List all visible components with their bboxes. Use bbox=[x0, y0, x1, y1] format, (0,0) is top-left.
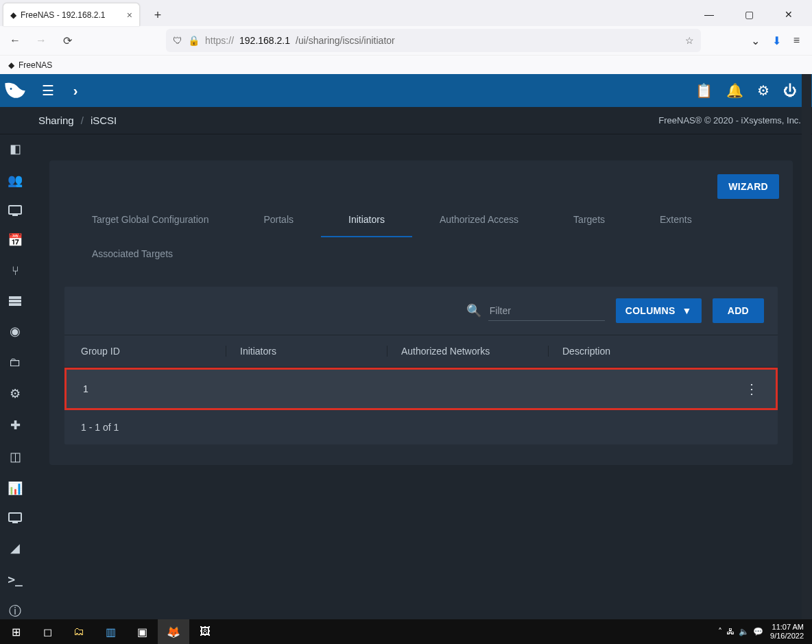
taskbar-app2-icon[interactable]: 🖼 bbox=[189, 619, 221, 644]
nav-back-button[interactable]: ← bbox=[5, 31, 25, 50]
pocket-icon[interactable]: ⌄ bbox=[751, 34, 760, 47]
tab-target-global-config[interactable]: Target Global Configuration bbox=[64, 203, 236, 237]
url-prefix: https:// bbox=[205, 35, 234, 46]
sidebar-item-plugins[interactable]: ✚ bbox=[7, 418, 23, 433]
sidebar-item-services[interactable]: ⚙ bbox=[7, 386, 23, 401]
tab-extents[interactable]: Extents bbox=[632, 203, 719, 237]
task-view-button[interactable]: ◻ bbox=[32, 619, 63, 644]
sidebar-item-vm[interactable] bbox=[7, 512, 23, 524]
highlighted-row-annotation: 1 ⋮ bbox=[64, 368, 778, 410]
sidebar-item-guide[interactable]: ⓘ bbox=[7, 603, 23, 619]
taskbar-clock[interactable]: 11:07 AM 9/16/2022 bbox=[767, 623, 807, 641]
svg-rect-1 bbox=[12, 215, 18, 216]
dropdown-arrow-icon: ▼ bbox=[682, 305, 692, 316]
col-header-description: Description bbox=[548, 346, 730, 357]
url-path: /ui/sharing/iscsi/initiator bbox=[296, 35, 395, 46]
nav-forward-button[interactable]: → bbox=[32, 31, 51, 50]
new-tab-button[interactable]: + bbox=[148, 5, 167, 25]
start-button[interactable]: ⊞ bbox=[0, 619, 32, 644]
search-icon: 🔍 bbox=[466, 303, 481, 318]
clipboard-icon[interactable]: 📋 bbox=[695, 82, 713, 99]
notifications-icon[interactable]: 🔔 bbox=[726, 82, 743, 99]
menu-icon[interactable]: ☰ bbox=[38, 82, 58, 99]
tray-network-icon[interactable]: 🖧 bbox=[726, 627, 735, 636]
table-row[interactable]: 1 ⋮ bbox=[67, 370, 776, 408]
tab-associated-targets[interactable]: Associated Targets bbox=[64, 237, 200, 270]
copyright-text: FreeNAS® © 2020 - iXsystems, Inc. bbox=[658, 115, 801, 126]
tray-notifications-icon[interactable]: 💬 bbox=[753, 627, 763, 636]
address-bar[interactable]: 🛡 🔒 https:// 192.168.2.1 /ui/sharing/isc… bbox=[166, 29, 701, 52]
tab-targets[interactable]: Targets bbox=[546, 203, 632, 237]
app-toolbar: ☰ › 📋 🔔 ⚙ ⏻ bbox=[0, 74, 812, 107]
nav-sidebar: ◧ 👥 📅 ⑂ ◉ 🗀 ⚙ ✚ ◫ 📊 ◢ >_ ⓘ bbox=[0, 134, 30, 619]
app-logo-icon[interactable] bbox=[0, 74, 30, 107]
col-header-group-id: Group ID bbox=[64, 346, 226, 357]
add-button[interactable]: ADD bbox=[713, 298, 764, 323]
columns-button-label: COLUMNS bbox=[625, 305, 676, 316]
windows-taskbar: ⊞ ◻ 🗂 ▥ ▣ 🦊 🖼 ˄ 🖧 🔈 💬 11:07 AM 9/16/2022 bbox=[0, 619, 812, 644]
sidebar-item-accounts[interactable]: 👥 bbox=[7, 173, 23, 188]
tab-title: FreeNAS - 192.168.2.1 bbox=[21, 10, 105, 20]
sidebar-item-storage[interactable] bbox=[7, 295, 23, 307]
sidebar-item-network[interactable]: ⑂ bbox=[7, 264, 23, 278]
taskbar-date: 9/16/2022 bbox=[770, 632, 804, 641]
columns-button[interactable]: COLUMNS ▼ bbox=[616, 298, 702, 323]
breadcrumb-current: iSCSI bbox=[91, 115, 117, 126]
sidebar-item-system[interactable] bbox=[7, 204, 23, 216]
taskbar-app1-icon[interactable]: ▥ bbox=[95, 619, 126, 644]
bookmark-favicon-icon: ◆ bbox=[8, 60, 14, 70]
taskbar-terminal-icon[interactable]: ▣ bbox=[126, 619, 158, 644]
taskbar-firefox-icon[interactable]: 🦊 bbox=[158, 619, 189, 644]
scrollbar[interactable] bbox=[802, 74, 811, 619]
svg-rect-2 bbox=[9, 296, 21, 299]
window-minimize-icon[interactable]: — bbox=[695, 9, 723, 20]
tray-volume-icon[interactable]: 🔈 bbox=[739, 627, 749, 636]
col-header-initiators: Initiators bbox=[226, 346, 387, 357]
row-actions-button[interactable]: ⋮ bbox=[728, 381, 776, 397]
shield-icon: 🛡 bbox=[173, 35, 182, 46]
table-header: Group ID Initiators Authorized Networks … bbox=[64, 335, 778, 368]
downloads-icon[interactable]: ⬇ bbox=[772, 34, 781, 47]
wizard-button[interactable]: WIZARD bbox=[717, 174, 779, 199]
taskbar-explorer-icon[interactable]: 🗂 bbox=[63, 619, 95, 644]
tab-authorized-access[interactable]: Authorized Access bbox=[412, 203, 546, 237]
tab-initiators[interactable]: Initiators bbox=[321, 203, 412, 237]
tab-portals[interactable]: Portals bbox=[236, 203, 321, 237]
svg-rect-4 bbox=[9, 303, 21, 306]
url-host: 192.168.2.1 bbox=[239, 35, 290, 46]
filter-input[interactable] bbox=[488, 301, 605, 321]
breadcrumb-root[interactable]: Sharing bbox=[38, 115, 74, 126]
svg-rect-0 bbox=[9, 206, 21, 214]
tab-favicon-icon: ◆ bbox=[10, 10, 16, 20]
window-restore-icon[interactable]: ▢ bbox=[735, 9, 763, 20]
iscsi-tabs: Target Global Configuration Portals Init… bbox=[64, 203, 778, 270]
bookmark-star-icon[interactable]: ☆ bbox=[685, 35, 694, 46]
hamburger-menu-icon[interactable]: ≡ bbox=[793, 34, 800, 47]
sidebar-item-tasks[interactable]: 📅 bbox=[7, 232, 23, 248]
svg-rect-6 bbox=[12, 522, 18, 523]
sidebar-item-reporting[interactable]: 📊 bbox=[7, 481, 23, 496]
cell-group-id: 1 bbox=[67, 383, 228, 394]
bookmark-item[interactable]: FreeNAS bbox=[19, 60, 52, 70]
sidebar-item-directory[interactable]: ◉ bbox=[7, 324, 23, 339]
sidebar-item-dashboard[interactable]: ◧ bbox=[7, 141, 23, 156]
tray-chevron-up-icon[interactable]: ˄ bbox=[718, 627, 722, 636]
lock-icon: 🔒 bbox=[188, 35, 200, 46]
sidebar-item-jails[interactable]: ◫ bbox=[7, 449, 23, 464]
sidebar-item-sharing[interactable]: 🗀 bbox=[7, 355, 23, 370]
tab-close-icon[interactable]: × bbox=[127, 10, 132, 21]
power-icon[interactable]: ⏻ bbox=[783, 83, 797, 99]
nav-reload-button[interactable]: ⟳ bbox=[58, 31, 77, 50]
iscsi-card: WIZARD Target Global Configuration Porta… bbox=[49, 160, 793, 465]
sidebar-item-display[interactable]: ◢ bbox=[7, 540, 23, 556]
chevron-right-icon[interactable]: › bbox=[66, 83, 85, 99]
browser-tab[interactable]: ◆ FreeNAS - 192.168.2.1 × bbox=[3, 3, 140, 26]
svg-rect-5 bbox=[9, 513, 21, 521]
settings-gear-icon[interactable]: ⚙ bbox=[757, 82, 769, 99]
breadcrumb-separator: / bbox=[81, 115, 84, 126]
sidebar-item-shell[interactable]: >_ bbox=[7, 572, 23, 586]
table-pager: 1 - 1 of 1 bbox=[64, 410, 778, 444]
window-close-icon[interactable]: ✕ bbox=[775, 9, 802, 20]
svg-rect-3 bbox=[9, 300, 21, 302]
taskbar-time: 11:07 AM bbox=[770, 623, 804, 632]
